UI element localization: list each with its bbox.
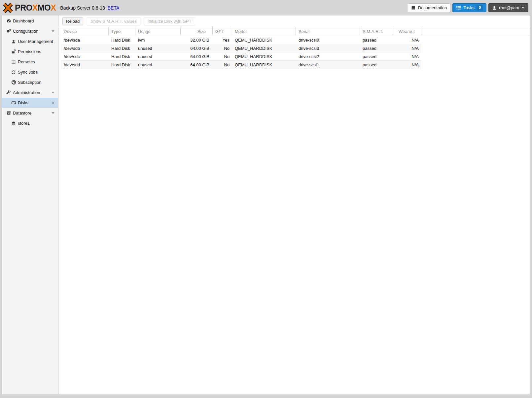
collapse-caret-icon[interactable] bbox=[52, 112, 54, 114]
column-header-serial[interactable]: Serial bbox=[296, 27, 360, 36]
cogs-icon bbox=[6, 29, 11, 34]
beta-link[interactable]: BETA bbox=[108, 5, 120, 11]
cell-size: 64.00 GiB bbox=[181, 61, 213, 69]
disks-table-header: Device Type Usage Size GPT Model Serial … bbox=[58, 27, 530, 36]
cell-size: 32.00 GiB bbox=[181, 36, 213, 44]
hdd-icon bbox=[11, 100, 16, 106]
sidebar-item-label: Permissions bbox=[18, 49, 41, 54]
column-header-gpt[interactable]: GPT bbox=[213, 27, 232, 36]
cell-serial: drive-scsi1 bbox=[296, 61, 360, 69]
column-header-wearout[interactable]: Wearout bbox=[392, 27, 421, 36]
sidebar-item-label: User Management bbox=[18, 39, 53, 44]
table-row-sdc[interactable]: /dev/sdc Hard Disk unused 64.00 GiB No Q… bbox=[61, 52, 421, 61]
column-header-size[interactable]: Size bbox=[181, 27, 213, 36]
cell-usage: unused bbox=[135, 61, 181, 69]
column-header-device[interactable]: Device bbox=[61, 27, 109, 36]
cell-model: QEMU_HARDDISK bbox=[232, 36, 296, 44]
tasks-button[interactable]: Tasks 0 bbox=[452, 3, 486, 12]
cell-gpt: No bbox=[213, 61, 232, 69]
cell-gpt: No bbox=[213, 52, 232, 60]
sidebar-item-dashboard[interactable]: Dashboard bbox=[2, 16, 58, 26]
column-header-smart[interactable]: S.M.A.R.T. bbox=[360, 27, 392, 36]
cell-serial: drive-scsi2 bbox=[296, 52, 360, 60]
table-row-sdd[interactable]: /dev/sdd Hard Disk unused 64.00 GiB No Q… bbox=[61, 61, 421, 69]
column-header-model[interactable]: Model bbox=[232, 27, 296, 36]
user-icon bbox=[492, 6, 497, 10]
cell-size: 64.00 GiB bbox=[181, 52, 213, 60]
column-header-type[interactable]: Type bbox=[109, 27, 135, 36]
sidebar-item-label: Sync Jobs bbox=[18, 70, 38, 75]
cell-usage: unused bbox=[135, 44, 181, 52]
sidebar-item-label: Configuration bbox=[13, 29, 38, 34]
tasks-count-badge: 0 bbox=[477, 5, 483, 11]
cell-model: QEMU_HARDDISK bbox=[232, 52, 296, 60]
sidebar-item-subscription[interactable]: Subscription bbox=[2, 77, 58, 87]
sidebar-item-label: Dashboard bbox=[13, 18, 34, 23]
database-icon bbox=[11, 121, 16, 126]
cell-device: /dev/sdc bbox=[61, 52, 109, 60]
unlock-icon bbox=[11, 49, 16, 54]
cell-wearout: N/A bbox=[392, 44, 421, 52]
chevron-down-icon bbox=[521, 7, 525, 9]
sidebar-item-remotes[interactable]: Remotes bbox=[2, 57, 58, 67]
table-row-sdb[interactable]: /dev/sdb Hard Disk unused 64.00 GiB No Q… bbox=[61, 44, 421, 52]
dashboard-icon bbox=[6, 18, 11, 24]
cell-type: Hard Disk bbox=[109, 61, 135, 69]
sidebar-item-sync-jobs[interactable]: Sync Jobs bbox=[2, 67, 58, 77]
sidebar-item-label: store1 bbox=[18, 121, 30, 126]
cell-size: 64.00 GiB bbox=[181, 44, 213, 52]
sync-icon bbox=[11, 70, 16, 75]
cell-usage: unused bbox=[135, 52, 181, 60]
sidebar-item-store1[interactable]: store1 bbox=[2, 118, 58, 128]
tasks-label: Tasks bbox=[463, 5, 474, 10]
collapse-caret-icon[interactable] bbox=[52, 92, 54, 94]
sidebar-item-user-management[interactable]: User Management bbox=[2, 36, 58, 47]
sidebar-item-datastore[interactable]: Datastore bbox=[2, 108, 58, 118]
sidebar-item-label: Remotes bbox=[18, 59, 35, 64]
cell-type: Hard Disk bbox=[109, 52, 135, 60]
disks-table-body: /dev/sda Hard Disk lvm 32.00 GiB Yes QEM… bbox=[58, 36, 530, 394]
archive-icon bbox=[6, 111, 11, 116]
cell-wearout: N/A bbox=[392, 52, 421, 60]
expand-caret-icon[interactable] bbox=[53, 101, 54, 104]
top-header: PROXMOX Backup Server 0.8-13 BETA Docume… bbox=[0, 0, 532, 16]
cell-serial: drive-scsi3 bbox=[296, 44, 360, 52]
cell-smart: passed bbox=[360, 44, 392, 52]
sidebar-item-label: Administration bbox=[13, 90, 40, 95]
reload-button[interactable]: Reload bbox=[62, 17, 83, 25]
list-icon bbox=[11, 59, 16, 65]
sidebar-item-label: Subscription bbox=[18, 80, 42, 85]
column-header-filler bbox=[421, 27, 530, 36]
cell-gpt: Yes bbox=[213, 36, 232, 44]
cell-smart: passed bbox=[360, 36, 392, 44]
disks-toolbar: Reload Show S.M.A.R.T. values Initialize… bbox=[58, 16, 530, 27]
cell-gpt: No bbox=[213, 44, 232, 52]
initialize-gpt-button[interactable]: Initialize Disk with GPT bbox=[144, 17, 195, 25]
proxmox-wordmark: PROXMOX bbox=[15, 3, 56, 13]
sidebar-item-disks[interactable]: Disks bbox=[2, 98, 58, 108]
product-title: Backup Server 0.8-13 bbox=[60, 5, 105, 11]
workspace: Dashboard Configuration bbox=[2, 16, 530, 394]
cell-device: /dev/sda bbox=[61, 36, 109, 44]
sidebar-item-administration[interactable]: Administration bbox=[2, 87, 58, 98]
sidebar-item-configuration[interactable]: Configuration bbox=[2, 26, 58, 36]
pbs-app: PROXMOX Backup Server 0.8-13 BETA Docume… bbox=[0, 0, 532, 398]
sidebar-item-permissions[interactable]: Permissions bbox=[2, 47, 58, 57]
column-header-usage[interactable]: Usage bbox=[135, 27, 181, 36]
cell-smart: passed bbox=[360, 52, 392, 60]
book-icon bbox=[411, 5, 416, 10]
collapse-caret-icon[interactable] bbox=[52, 30, 54, 32]
user-menu-button[interactable]: root@pam bbox=[488, 3, 528, 12]
content-panel: Reload Show S.M.A.R.T. values Initialize… bbox=[58, 16, 530, 394]
table-row-sda[interactable]: /dev/sda Hard Disk lvm 32.00 GiB Yes QEM… bbox=[61, 36, 421, 44]
cell-type: Hard Disk bbox=[109, 36, 135, 44]
cell-wearout: N/A bbox=[392, 36, 421, 44]
cell-model: QEMU_HARDDISK bbox=[232, 61, 296, 69]
show-smart-values-button[interactable]: Show S.M.A.R.T. values bbox=[87, 17, 140, 25]
documentation-button[interactable]: Documentation bbox=[407, 3, 450, 12]
cell-device: /dev/sdd bbox=[61, 61, 109, 69]
cell-wearout: N/A bbox=[392, 61, 421, 69]
cell-device: /dev/sdb bbox=[61, 44, 109, 52]
cell-serial: drive-scsi0 bbox=[296, 36, 360, 44]
sidebar-nav: Dashboard Configuration bbox=[2, 16, 58, 394]
